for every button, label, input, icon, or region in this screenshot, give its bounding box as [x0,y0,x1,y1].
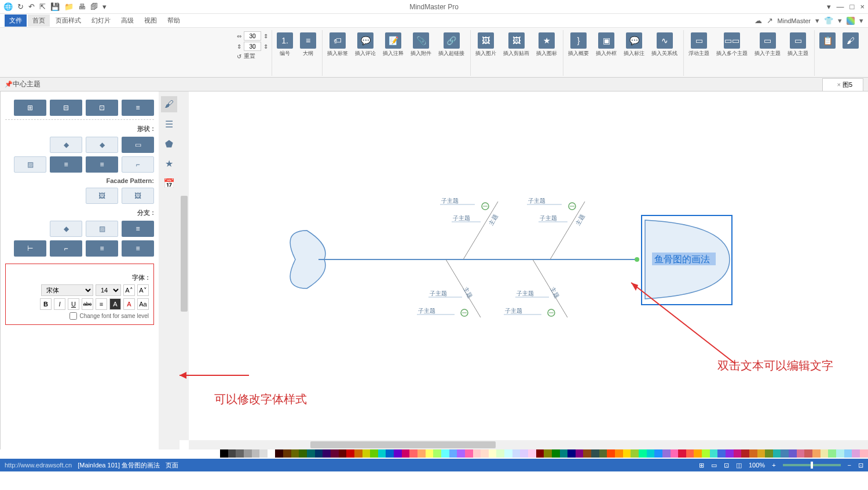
color-swatch[interactable] [504,449,512,458]
color-swatch[interactable] [647,449,655,458]
shape-opt-1[interactable]: ◆ [50,137,82,153]
insert-subtopic-button[interactable]: ▭插入子主题 [752,31,783,58]
color-swatch[interactable] [473,449,481,458]
color-swatch[interactable] [671,449,679,458]
document-tab-close[interactable]: × [837,81,840,88]
fit-button[interactable]: ⊡ [858,462,863,469]
dropdown2-icon[interactable]: ▾ [815,16,819,25]
facade-opt-1[interactable]: 🖼 [86,188,118,204]
branch-opt-3[interactable]: ≡ [122,221,154,237]
color-swatch[interactable] [836,449,844,458]
branch-opt-4[interactable]: ⊢ [14,240,46,257]
color-swatch[interactable] [275,449,283,458]
color-palette-bar[interactable] [0,449,868,459]
color-swatch[interactable] [259,449,268,458]
color-swatch[interactable] [481,449,489,458]
color-swatch[interactable] [457,449,465,458]
color-swatch[interactable] [662,449,671,458]
color-swatch[interactable] [520,449,528,458]
tab-pagestyle[interactable]: 页面样式 [51,14,86,27]
tab-advanced[interactable]: 高级 [116,14,138,27]
color-swatch[interactable] [623,449,631,458]
font-decrease-button[interactable]: A˅ [137,284,149,296]
color-swatch[interactable] [686,449,694,458]
float-topic-button[interactable]: ▭浮动主题 [686,31,712,58]
color-swatch[interactable] [583,449,591,458]
color-swatch[interactable] [331,449,339,458]
redo-icon[interactable]: ↻ [17,2,24,11]
branch-opt-2[interactable]: ▨ [86,221,118,237]
facade-opt-2[interactable]: 🖼 [122,188,154,204]
color-swatch[interactable] [426,449,434,458]
fontcolor-button[interactable]: A [123,298,135,310]
window-maximize[interactable]: □ [850,2,855,11]
color-swatch[interactable] [449,449,457,458]
branch-opt-5[interactable]: ⌐ [50,240,82,257]
insert-icon-button[interactable]: ★插入图标 [534,31,559,58]
color-swatch[interactable] [765,449,773,458]
side-tab-format-icon[interactable]: 🖌 [161,96,177,112]
print-icon[interactable]: 🖶 [78,2,86,11]
color-swatch[interactable] [560,449,568,458]
color-swatch[interactable] [370,449,378,458]
color-swatch[interactable] [852,449,860,458]
shape-opt-2[interactable]: ◆ [86,137,118,153]
color-swatch[interactable] [386,449,394,458]
globe-icon[interactable]: 🌐 [3,2,13,11]
color-swatch[interactable] [828,449,836,458]
dropdown3-icon[interactable]: ▾ [838,16,842,25]
side-tab-shape-icon[interactable]: ⬟ [161,136,177,152]
color-swatch[interactable] [315,449,323,458]
format-painter-button[interactable]: 🖌 [840,31,861,50]
color-swatch[interactable] [291,449,299,458]
folder-icon[interactable]: 📁 [64,2,74,11]
font-family-select[interactable]: 宋体 [41,284,93,296]
color-swatch[interactable] [726,449,734,458]
color-swatch[interactable] [710,449,718,458]
zoom-out-button[interactable]: − [848,462,851,469]
window-minimize[interactable]: — [837,2,844,11]
reset-spacing-button[interactable]: ↺重置 [237,52,268,60]
color-swatch[interactable] [734,449,742,458]
shape-opt-6[interactable]: ≡ [86,156,118,173]
color-swatch[interactable] [552,449,560,458]
color-swatch[interactable] [528,449,536,458]
new-icon[interactable]: 🗐 [90,2,98,11]
shape-opt-7[interactable]: ⌐ [122,156,154,173]
shape-opt-4[interactable]: ▨ [14,156,46,173]
insert-tag-button[interactable]: 🏷插入标签 [325,31,350,58]
underline-button[interactable]: U [68,298,79,310]
pin-icon[interactable]: 📌 [5,81,13,88]
color-swatch[interactable] [244,449,252,458]
layout-style-4[interactable]: ≡ [122,100,154,116]
align-button[interactable]: ≡ [96,298,107,310]
insert-summary-button[interactable]: }插入概要 [566,31,591,58]
color-swatch[interactable] [465,449,473,458]
bold-button[interactable]: B [40,298,52,310]
status-icon-3[interactable]: ⊡ [724,462,729,469]
color-swatch[interactable] [346,449,354,458]
color-swatch[interactable] [307,449,315,458]
dropdown-icon[interactable]: ▾ [102,2,107,11]
shape-opt-5[interactable]: ≡ [50,156,82,173]
color-swatch[interactable] [417,449,426,458]
side-tab-task-icon[interactable]: 📅 [161,175,177,191]
tab-slides[interactable]: 幻灯片 [87,14,115,27]
layout-style-2[interactable]: ⊟ [50,100,82,116]
insert-topic-button[interactable]: ▭插入主题 [785,31,811,58]
color-swatch[interactable] [702,449,710,458]
color-swatch[interactable] [268,449,276,458]
layout-style-3[interactable]: ⊡ [86,100,118,116]
strike-button[interactable]: abc [82,298,93,310]
color-swatch[interactable] [804,449,812,458]
cloud-icon[interactable]: ☁ [755,16,762,25]
color-swatch[interactable] [576,449,584,458]
side-tab-layout-icon[interactable]: ☰ [161,116,177,132]
color-swatch[interactable] [717,449,726,458]
window-close[interactable]: × [860,2,865,11]
color-swatch[interactable] [615,449,623,458]
color-swatch[interactable] [299,449,307,458]
insert-callout-button[interactable]: 💬插入标注 [621,31,647,58]
branch-opt-1[interactable]: ◆ [50,221,82,237]
color-swatch[interactable] [567,449,576,458]
